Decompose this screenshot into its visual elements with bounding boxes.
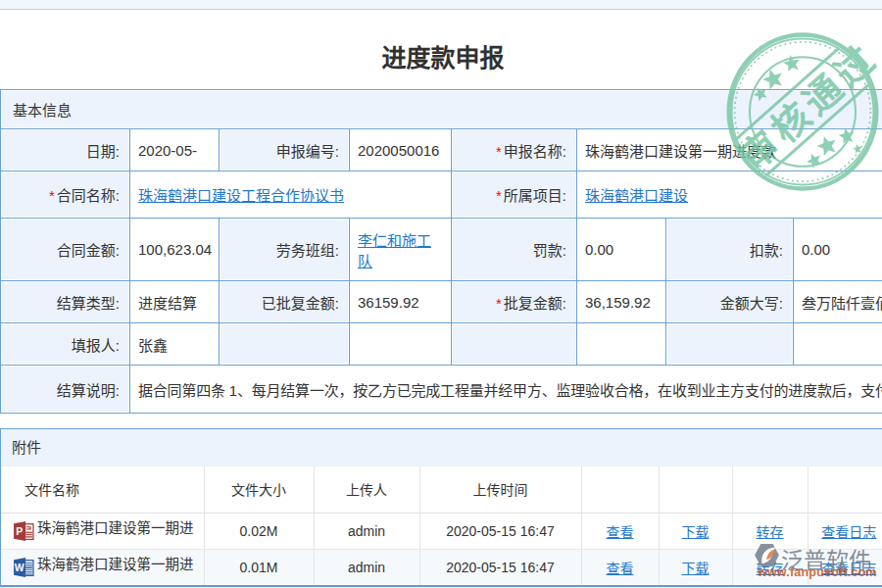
svg-text:W: W	[15, 563, 24, 573]
svg-text:P: P	[16, 526, 23, 537]
